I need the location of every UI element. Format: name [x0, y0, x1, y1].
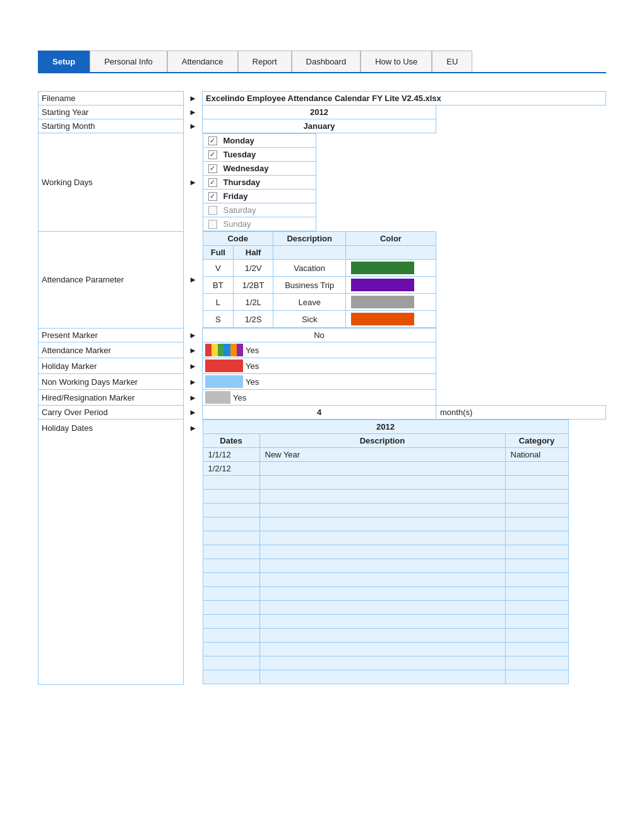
holiday-row-5 [203, 504, 568, 517]
working-day-tuesday[interactable]: Tuesday [203, 148, 316, 162]
working-day-saturday[interactable]: Saturday [203, 203, 316, 217]
mc-orange [230, 344, 237, 356]
holiday-desc-2[interactable] [259, 462, 505, 476]
filename-label: Filename [39, 92, 184, 106]
nonworking-marker-color [205, 375, 243, 388]
present-marker-label: Present Marker [39, 329, 184, 342]
bt-half: 1/2BT [234, 277, 273, 294]
att-param-arrow: ► [184, 231, 203, 329]
att-param-subheader: Full Half [203, 246, 436, 260]
carry-over-unit: month(s) [436, 406, 606, 420]
wednesday-checkbox[interactable] [208, 164, 217, 173]
tab-bar: Setup Personal Info Attendance Report Da… [38, 51, 606, 73]
holiday-row-14 [203, 629, 568, 643]
working-days-arrow: ► [184, 133, 203, 232]
present-marker-row: Present Marker ► No [39, 329, 606, 342]
tab-eu[interactable]: EU [432, 51, 472, 72]
thursday-checkbox[interactable] [208, 178, 217, 187]
starting-year-value[interactable]: 2012 [203, 106, 436, 119]
working-days-row: Working Days ► Monday Tuesday [39, 133, 606, 232]
tab-attendance[interactable]: Attendance [167, 51, 238, 72]
working-days-label: Working Days [39, 133, 184, 232]
thursday-label: Thursday [221, 178, 261, 187]
vacation-desc: Vacation [273, 260, 345, 277]
holiday-cat-header: Category [505, 434, 568, 448]
holiday-row-2: 1/2/12 [203, 462, 568, 476]
att-param-leave: L 1/2L Leave [203, 294, 436, 311]
tab-report[interactable]: Report [238, 51, 292, 72]
working-day-sunday[interactable]: Sunday [203, 217, 316, 231]
vacation-full: V [203, 260, 234, 277]
filename-arrow: ► [184, 92, 203, 106]
tab-dashboard[interactable]: Dashboard [292, 51, 361, 72]
present-marker-value: No [203, 329, 436, 342]
nonworking-marker-value-cell: Yes [203, 374, 436, 390]
holiday-row-9 [203, 559, 568, 573]
holiday-marker-value-cell: Yes [203, 358, 436, 374]
carry-over-num[interactable]: 4 [203, 406, 436, 420]
holiday-row-12 [203, 601, 568, 615]
holiday-cat-2[interactable] [505, 462, 568, 476]
mc-yellow [212, 344, 218, 356]
working-day-thursday[interactable]: Thursday [203, 176, 316, 190]
working-day-monday[interactable]: Monday [203, 134, 316, 148]
holiday-marker-label: Holiday Marker [39, 358, 184, 374]
holiday-marker-yes: Yes [246, 361, 259, 371]
hired-marker-arrow: ► [184, 390, 203, 406]
starting-month-value[interactable]: January [203, 119, 436, 133]
holiday-desc-1[interactable]: New Year [259, 448, 505, 462]
starting-month-row: Starting Month ► January [39, 119, 606, 133]
working-days-container: Monday Tuesday Wednesday T [203, 133, 316, 231]
holiday-row-1: 1/1/12 New Year National [203, 448, 568, 462]
attendance-marker-label: Attendance Marker [39, 342, 184, 358]
att-param-color-header: Color [346, 232, 436, 246]
holiday-date-1[interactable]: 1/1/12 [203, 448, 259, 462]
holiday-marker-color [205, 360, 243, 372]
holiday-row-7 [203, 531, 568, 545]
tuesday-label: Tuesday [221, 150, 256, 159]
mc-purple [237, 344, 243, 356]
saturday-checkbox[interactable] [208, 206, 217, 215]
tab-how-to-use[interactable]: How to Use [361, 51, 432, 72]
starting-year-label: Starting Year [39, 106, 184, 119]
attendance-marker-arrow: ► [184, 342, 203, 358]
tab-setup[interactable]: Setup [38, 51, 90, 72]
holiday-row-8 [203, 545, 568, 559]
holiday-date-2[interactable]: 1/2/12 [203, 462, 259, 476]
att-param-vacation: V 1/2V Vacation [203, 260, 436, 277]
attendance-marker-row: Attendance Marker ► Yes [39, 342, 606, 358]
holiday-year: 2012 [203, 420, 568, 434]
holiday-dates-header: Dates [203, 434, 259, 448]
holiday-row-11 [203, 587, 568, 601]
holiday-table: 2012 Dates Description Category 1/1/12 N… [203, 420, 569, 684]
att-param-code-header: Code [203, 232, 273, 246]
leave-desc: Leave [273, 294, 345, 311]
att-param-header: Code Description Color [203, 232, 436, 246]
working-day-friday[interactable]: Friday [203, 190, 316, 203]
carry-over-arrow: ► [184, 406, 203, 420]
holiday-dates-label: Holiday Dates [39, 420, 184, 685]
holiday-desc-header: Description [259, 434, 505, 448]
holiday-cat-1[interactable]: National [505, 448, 568, 462]
sunday-checkbox[interactable] [208, 220, 217, 229]
present-marker-arrow: ► [184, 329, 203, 342]
bt-full: BT [203, 277, 234, 294]
filename-value: Excelindo Employee Attendance Calendar F… [203, 92, 606, 106]
leave-full: L [203, 294, 234, 311]
friday-label: Friday [221, 191, 248, 201]
mc-blue [224, 344, 230, 356]
tuesday-checkbox[interactable] [208, 150, 217, 159]
working-day-wednesday[interactable]: Wednesday [203, 162, 316, 176]
sick-full: S [203, 311, 234, 328]
hired-marker-color [205, 391, 230, 404]
attendance-marker-colors [205, 344, 243, 356]
mc-green [218, 344, 224, 356]
starting-year-row: Starting Year ► 2012 [39, 106, 606, 119]
nonworking-marker-yes: Yes [246, 377, 259, 387]
att-param-business-trip: BT 1/2BT Business Trip [203, 277, 436, 294]
tab-personal-info[interactable]: Personal Info [90, 51, 167, 72]
setup-table: Filename ► Excelindo Employee Attendance… [38, 91, 606, 685]
friday-checkbox[interactable] [208, 192, 217, 201]
monday-checkbox[interactable] [208, 136, 217, 145]
mc-red [205, 344, 212, 356]
